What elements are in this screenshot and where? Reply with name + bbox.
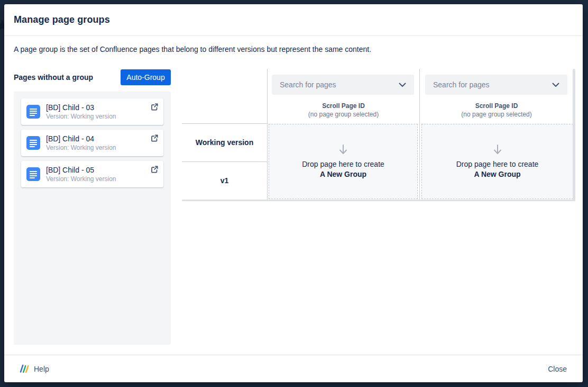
- open-page-external-link-icon[interactable]: [151, 134, 158, 142]
- row-header-v1: v1: [182, 161, 267, 200]
- help-label: Help: [34, 365, 49, 373]
- drop-hint-new-group: A New Group: [320, 169, 366, 179]
- grid-column-divider: [267, 69, 268, 200]
- page-groups-grid: Working version v1 Search for pages Scro…: [182, 69, 575, 201]
- manage-page-groups-dialog: Manage page groups A page group is the s…: [4, 4, 583, 382]
- group-name-label: Scroll Page ID: [268, 102, 419, 110]
- page-title: [BD] Child - 03: [46, 103, 116, 112]
- chevron-down-icon: [399, 83, 406, 87]
- grid-column-divider: [419, 69, 420, 200]
- group-name-label: Scroll Page ID: [420, 102, 573, 110]
- page-version-label: Version: Working version: [46, 112, 116, 121]
- drop-hint-new-group: A New Group: [474, 169, 520, 179]
- help-link[interactable]: Help: [19, 364, 49, 373]
- modal-backdrop: ★ Manage page groups A page group is the…: [0, 0, 588, 387]
- pages-without-group-heading: Pages without a group: [14, 73, 93, 82]
- group-column-header: Scroll Page ID (no page group selected): [268, 102, 419, 119]
- ungrouped-pages-list: [BD] Child - 03 Version: Working version: [14, 92, 171, 345]
- scroll-logo-icon: [19, 364, 29, 373]
- grid-vertical-scrollbar[interactable]: [573, 69, 575, 201]
- page-icon: [26, 167, 40, 181]
- drop-zone-new-group[interactable]: Drop page here to create A New Group: [269, 124, 418, 199]
- page-search-select[interactable]: Search for pages: [272, 75, 414, 95]
- drop-hint-text: Drop page here to create: [302, 159, 384, 169]
- page-version-label: Version: Working version: [46, 175, 116, 184]
- grid-horizontal-scrollbar[interactable]: [182, 200, 575, 201]
- drop-zone-new-group[interactable]: Drop page here to create A New Group: [421, 124, 573, 199]
- arrow-down-icon: [492, 144, 503, 155]
- open-page-external-link-icon[interactable]: [151, 166, 158, 173]
- page-card[interactable]: [BD] Child - 05 Version: Working version: [21, 161, 163, 187]
- close-button[interactable]: Close: [548, 365, 567, 373]
- page-search-select[interactable]: Search for pages: [425, 75, 567, 95]
- search-placeholder: Search for pages: [280, 80, 336, 89]
- page-title: [BD] Child - 04: [46, 134, 116, 143]
- group-status-label: (no page group selected): [268, 110, 419, 119]
- page-version-label: Version: Working version: [46, 143, 116, 152]
- group-column-header: Scroll Page ID (no page group selected): [420, 102, 573, 119]
- dialog-title: Manage page groups: [14, 14, 110, 25]
- page-icon: [26, 105, 40, 119]
- drop-hint-text: Drop page here to create: [456, 159, 539, 169]
- chevron-down-icon: [552, 83, 559, 87]
- dialog-description: A page group is the set of Confluence pa…: [14, 45, 371, 53]
- search-placeholder: Search for pages: [433, 80, 490, 89]
- page-title: [BD] Child - 05: [46, 165, 116, 175]
- arrow-down-icon: [337, 144, 349, 155]
- open-page-external-link-icon[interactable]: [151, 103, 158, 111]
- page-card[interactable]: [BD] Child - 03 Version: Working version: [21, 98, 163, 125]
- page-card[interactable]: [BD] Child - 04 Version: Working version: [21, 130, 163, 156]
- group-status-label: (no page group selected): [420, 110, 573, 119]
- dialog-footer: Help Close: [4, 355, 583, 382]
- left-panel-header: Pages without a group Auto-Group: [14, 69, 171, 85]
- row-header-working-version: Working version: [182, 123, 267, 161]
- auto-group-button[interactable]: Auto-Group: [121, 69, 171, 85]
- page-icon: [26, 136, 40, 150]
- dialog-header: Manage page groups: [4, 4, 583, 36]
